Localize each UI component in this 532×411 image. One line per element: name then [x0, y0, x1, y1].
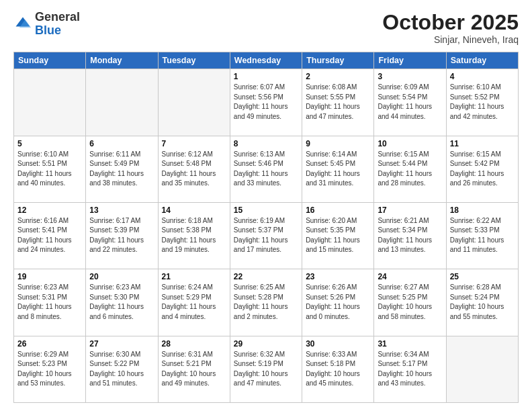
day-number: 24 — [378, 272, 442, 281]
day-info: Sunrise: 6:32 AM Sunset: 5:19 PM Dayligh… — [234, 350, 298, 389]
logo-blue: Blue — [35, 24, 61, 37]
day-number: 6 — [89, 139, 154, 148]
day-cell — [14, 69, 86, 136]
day-info: Sunrise: 6:29 AM Sunset: 5:23 PM Dayligh… — [17, 350, 82, 389]
day-number: 10 — [378, 139, 442, 148]
day-cell: 14Sunrise: 6:18 AM Sunset: 5:38 PM Dayli… — [158, 202, 230, 269]
day-info: Sunrise: 6:21 AM Sunset: 5:34 PM Dayligh… — [378, 216, 442, 255]
day-cell: 15Sunrise: 6:19 AM Sunset: 5:37 PM Dayli… — [230, 202, 302, 269]
weekday-tuesday: Tuesday — [158, 52, 230, 69]
day-cell: 10Sunrise: 6:15 AM Sunset: 5:44 PM Dayli… — [374, 136, 446, 202]
day-info: Sunrise: 6:10 AM Sunset: 5:52 PM Dayligh… — [450, 83, 515, 122]
day-number: 3 — [378, 72, 442, 81]
day-info: Sunrise: 6:10 AM Sunset: 5:51 PM Dayligh… — [17, 150, 82, 189]
day-info: Sunrise: 6:13 AM Sunset: 5:46 PM Dayligh… — [234, 150, 298, 189]
day-number: 21 — [162, 272, 226, 281]
day-cell: 19Sunrise: 6:23 AM Sunset: 5:31 PM Dayli… — [14, 269, 86, 336]
day-number: 26 — [17, 339, 82, 349]
day-number: 31 — [378, 339, 442, 349]
week-row-2: 5Sunrise: 6:10 AM Sunset: 5:51 PM Daylig… — [14, 136, 519, 202]
weekday-sunday: Sunday — [14, 52, 86, 69]
day-info: Sunrise: 6:14 AM Sunset: 5:45 PM Dayligh… — [306, 150, 370, 189]
day-cell: 5Sunrise: 6:10 AM Sunset: 5:51 PM Daylig… — [14, 136, 86, 202]
day-cell: 7Sunrise: 6:12 AM Sunset: 5:48 PM Daylig… — [158, 136, 230, 202]
day-cell — [446, 336, 518, 402]
weekday-saturday: Saturday — [446, 52, 518, 69]
day-number: 16 — [306, 205, 370, 215]
day-cell: 11Sunrise: 6:15 AM Sunset: 5:42 PM Dayli… — [446, 136, 518, 202]
day-cell: 4Sunrise: 6:10 AM Sunset: 5:52 PM Daylig… — [446, 69, 518, 136]
day-number: 28 — [162, 339, 226, 349]
day-info: Sunrise: 6:30 AM Sunset: 5:22 PM Dayligh… — [89, 350, 154, 389]
week-row-5: 26Sunrise: 6:29 AM Sunset: 5:23 PM Dayli… — [14, 336, 519, 402]
day-cell: 20Sunrise: 6:23 AM Sunset: 5:30 PM Dayli… — [86, 269, 158, 336]
day-cell: 24Sunrise: 6:27 AM Sunset: 5:25 PM Dayli… — [374, 269, 446, 336]
day-number: 14 — [162, 205, 226, 215]
day-number: 25 — [450, 272, 515, 281]
location: Sinjar, Nineveh, Iraq — [382, 34, 519, 45]
day-number: 23 — [306, 272, 370, 281]
day-info: Sunrise: 6:19 AM Sunset: 5:37 PM Dayligh… — [234, 216, 298, 255]
day-info: Sunrise: 6:11 AM Sunset: 5:49 PM Dayligh… — [89, 150, 154, 189]
title-block: October 2025 Sinjar, Nineveh, Iraq — [382, 11, 519, 45]
day-cell: 31Sunrise: 6:34 AM Sunset: 5:17 PM Dayli… — [374, 336, 446, 402]
day-cell: 17Sunrise: 6:21 AM Sunset: 5:34 PM Dayli… — [374, 202, 446, 269]
day-cell: 18Sunrise: 6:22 AM Sunset: 5:33 PM Dayli… — [446, 202, 518, 269]
day-info: Sunrise: 6:16 AM Sunset: 5:41 PM Dayligh… — [17, 216, 82, 255]
day-info: Sunrise: 6:27 AM Sunset: 5:25 PM Dayligh… — [378, 283, 442, 322]
day-cell — [86, 69, 158, 136]
day-cell: 27Sunrise: 6:30 AM Sunset: 5:22 PM Dayli… — [86, 336, 158, 402]
day-number: 19 — [17, 272, 82, 281]
day-number: 27 — [89, 339, 154, 349]
day-info: Sunrise: 6:28 AM Sunset: 5:24 PM Dayligh… — [450, 283, 515, 322]
day-cell: 2Sunrise: 6:08 AM Sunset: 5:55 PM Daylig… — [302, 69, 374, 136]
day-info: Sunrise: 6:09 AM Sunset: 5:54 PM Dayligh… — [378, 83, 442, 122]
logo-text: GeneralBlue — [35, 11, 80, 38]
day-info: Sunrise: 6:07 AM Sunset: 5:56 PM Dayligh… — [234, 83, 298, 122]
page: GeneralBlue October 2025 Sinjar, Nineveh… — [0, 0, 532, 411]
day-info: Sunrise: 6:23 AM Sunset: 5:30 PM Dayligh… — [89, 283, 154, 322]
day-cell: 6Sunrise: 6:11 AM Sunset: 5:49 PM Daylig… — [86, 136, 158, 202]
day-info: Sunrise: 6:26 AM Sunset: 5:26 PM Dayligh… — [306, 283, 370, 322]
day-info: Sunrise: 6:34 AM Sunset: 5:17 PM Dayligh… — [378, 350, 442, 389]
day-number: 9 — [306, 139, 370, 148]
day-cell — [158, 69, 230, 136]
weekday-wednesday: Wednesday — [230, 52, 302, 69]
logo: GeneralBlue — [13, 11, 80, 38]
day-number: 7 — [162, 139, 226, 148]
day-number: 15 — [234, 205, 298, 215]
day-info: Sunrise: 6:33 AM Sunset: 5:18 PM Dayligh… — [306, 350, 370, 389]
day-number: 13 — [89, 205, 154, 215]
logo-icon — [13, 15, 32, 34]
day-number: 20 — [89, 272, 154, 281]
day-info: Sunrise: 6:18 AM Sunset: 5:38 PM Dayligh… — [162, 216, 226, 255]
day-cell: 22Sunrise: 6:25 AM Sunset: 5:28 PM Dayli… — [230, 269, 302, 336]
day-cell: 12Sunrise: 6:16 AM Sunset: 5:41 PM Dayli… — [14, 202, 86, 269]
day-info: Sunrise: 6:15 AM Sunset: 5:44 PM Dayligh… — [378, 150, 442, 189]
day-info: Sunrise: 6:24 AM Sunset: 5:29 PM Dayligh… — [162, 283, 226, 322]
day-number: 2 — [306, 72, 370, 81]
week-row-3: 12Sunrise: 6:16 AM Sunset: 5:41 PM Dayli… — [14, 202, 519, 269]
day-number: 1 — [234, 72, 298, 81]
day-cell: 8Sunrise: 6:13 AM Sunset: 5:46 PM Daylig… — [230, 136, 302, 202]
day-number: 12 — [17, 205, 82, 215]
day-cell: 3Sunrise: 6:09 AM Sunset: 5:54 PM Daylig… — [374, 69, 446, 136]
week-row-4: 19Sunrise: 6:23 AM Sunset: 5:31 PM Dayli… — [14, 269, 519, 336]
weekday-thursday: Thursday — [302, 52, 374, 69]
day-cell: 13Sunrise: 6:17 AM Sunset: 5:39 PM Dayli… — [86, 202, 158, 269]
day-cell: 30Sunrise: 6:33 AM Sunset: 5:18 PM Dayli… — [302, 336, 374, 402]
day-cell: 23Sunrise: 6:26 AM Sunset: 5:26 PM Dayli… — [302, 269, 374, 336]
weekday-header-row: SundayMondayTuesdayWednesdayThursdayFrid… — [14, 52, 519, 69]
day-info: Sunrise: 6:12 AM Sunset: 5:48 PM Dayligh… — [162, 150, 226, 189]
day-number: 22 — [234, 272, 298, 281]
day-cell: 1Sunrise: 6:07 AM Sunset: 5:56 PM Daylig… — [230, 69, 302, 136]
day-number: 18 — [450, 205, 515, 215]
month-title: October 2025 — [382, 11, 519, 34]
day-cell: 16Sunrise: 6:20 AM Sunset: 5:35 PM Dayli… — [302, 202, 374, 269]
logo-general: General — [35, 10, 80, 24]
day-info: Sunrise: 6:17 AM Sunset: 5:39 PM Dayligh… — [89, 216, 154, 255]
weekday-monday: Monday — [86, 52, 158, 69]
day-info: Sunrise: 6:08 AM Sunset: 5:55 PM Dayligh… — [306, 83, 370, 122]
header: GeneralBlue October 2025 Sinjar, Nineveh… — [13, 11, 519, 45]
day-cell: 25Sunrise: 6:28 AM Sunset: 5:24 PM Dayli… — [446, 269, 518, 336]
